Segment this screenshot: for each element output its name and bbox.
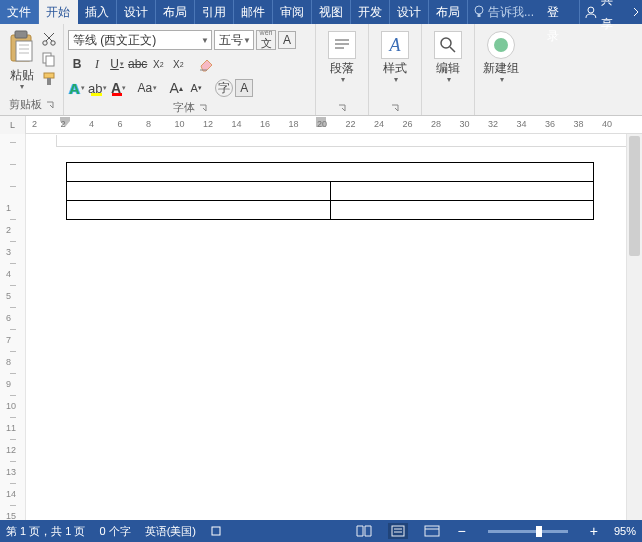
- table-cell[interactable]: [67, 201, 331, 220]
- caret-down-icon: ▾: [374, 75, 417, 84]
- clear-formatting-button[interactable]: [197, 54, 215, 74]
- margin-guide: [56, 146, 630, 147]
- subscript-button[interactable]: X2: [149, 54, 167, 74]
- tab-file[interactable]: 文件: [0, 0, 39, 24]
- tab-layout[interactable]: 布局: [156, 0, 195, 24]
- ruler-dash: [10, 373, 16, 374]
- paragraph-button[interactable]: 段落 ▾: [320, 27, 364, 84]
- document-table[interactable]: [66, 162, 594, 220]
- table-row[interactable]: [67, 182, 594, 201]
- menu-bar: 文件 开始 插入 设计 布局 引用 邮件 审阅 视图 开发 设计 布局 告诉我.…: [0, 0, 642, 24]
- scroll-thumb[interactable]: [629, 136, 640, 256]
- editing-button[interactable]: 编辑 ▾: [426, 27, 470, 84]
- ruler-tick: 28: [431, 119, 441, 129]
- underline-button[interactable]: U▾: [108, 54, 126, 74]
- superscript-button[interactable]: X2: [169, 54, 187, 74]
- new-group-button[interactable]: 新建组 ▾: [479, 27, 523, 84]
- ruler-tick: 22: [346, 119, 356, 129]
- table-cell[interactable]: [330, 201, 594, 220]
- view-print-button[interactable]: [388, 523, 408, 539]
- ruler-tick: 4: [6, 269, 11, 279]
- font-group-label: 字体: [173, 100, 195, 115]
- tab-mailings[interactable]: 邮件: [234, 0, 273, 24]
- table-cell[interactable]: [67, 163, 594, 182]
- macro-indicator[interactable]: [210, 525, 222, 537]
- shrink-font-button[interactable]: A▾: [187, 78, 205, 98]
- zoom-in-button[interactable]: +: [588, 523, 600, 539]
- styles-label: 样式: [373, 61, 417, 75]
- tab-developer[interactable]: 开发: [351, 0, 390, 24]
- character-shading-button[interactable]: A: [235, 79, 253, 97]
- table-cell[interactable]: [67, 182, 331, 201]
- ruler-tick: 32: [488, 119, 498, 129]
- table-row[interactable]: [67, 163, 594, 182]
- tab-design[interactable]: 设计: [117, 0, 156, 24]
- grow-font-button[interactable]: A▴: [167, 78, 185, 98]
- tab-table-design[interactable]: 设计: [390, 0, 429, 24]
- font-color-button[interactable]: A▾: [109, 78, 127, 98]
- ribbon-options[interactable]: [630, 0, 642, 24]
- tab-review[interactable]: 审阅: [273, 0, 312, 24]
- font-name-combo[interactable]: 等线 (西文正文) ▼: [68, 30, 212, 50]
- phonetic-guide-button[interactable]: wén文: [256, 30, 276, 50]
- print-layout-icon: [391, 525, 405, 537]
- tab-insert[interactable]: 插入: [78, 0, 117, 24]
- zoom-knob[interactable]: [536, 526, 542, 537]
- vertical-scrollbar[interactable]: [626, 134, 642, 520]
- svg-point-18: [441, 38, 451, 48]
- svg-rect-12: [46, 56, 54, 66]
- tell-me[interactable]: 告诉我...: [468, 0, 539, 24]
- font-size-combo[interactable]: 五号 ▼: [214, 30, 254, 50]
- status-page[interactable]: 第 1 页，共 1 页: [6, 524, 85, 539]
- table-cell[interactable]: [330, 182, 594, 201]
- paste-button[interactable]: 粘贴 ▾: [4, 27, 39, 91]
- styles-button[interactable]: A 样式 ▾: [373, 27, 417, 84]
- ruler-tick: 24: [374, 119, 384, 129]
- dialog-launcher-icon[interactable]: [199, 104, 207, 112]
- text-effects-button[interactable]: A▾: [68, 78, 86, 98]
- caret-down-icon: ▾: [480, 75, 523, 84]
- copy-button[interactable]: [41, 51, 57, 67]
- ruler-tick: 5: [6, 291, 11, 301]
- dialog-launcher-icon[interactable]: [338, 104, 346, 112]
- table-row[interactable]: [67, 201, 594, 220]
- zoom-out-button[interactable]: −: [456, 523, 468, 539]
- change-case-button[interactable]: Aa▾: [137, 78, 157, 98]
- ruler-dash: [10, 241, 16, 242]
- bold-button[interactable]: B: [68, 54, 86, 74]
- format-painter-button[interactable]: [41, 71, 57, 87]
- editing-label: 编辑: [426, 61, 470, 75]
- ruler-dash: [10, 483, 16, 484]
- character-border-button[interactable]: A: [278, 31, 296, 49]
- tab-references[interactable]: 引用: [195, 0, 234, 24]
- svg-rect-1: [478, 14, 481, 17]
- dialog-launcher-icon[interactable]: [391, 104, 399, 112]
- tab-view[interactable]: 视图: [312, 0, 351, 24]
- svg-rect-25: [425, 526, 439, 536]
- tab-home[interactable]: 开始: [39, 0, 78, 24]
- ruler-tick: 20: [317, 119, 327, 129]
- zoom-value[interactable]: 95%: [614, 525, 636, 537]
- italic-button[interactable]: I: [88, 54, 106, 74]
- dialog-launcher-icon[interactable]: [46, 101, 54, 109]
- tab-selector[interactable]: L: [0, 116, 26, 134]
- highlight-button[interactable]: ab▾: [88, 78, 107, 98]
- ruler-vertical[interactable]: 12345678910111213141516: [0, 134, 26, 520]
- page[interactable]: [26, 134, 642, 520]
- strikethrough-button[interactable]: abc: [128, 54, 147, 74]
- cut-button[interactable]: [41, 31, 57, 47]
- caret-down-icon: ▼: [201, 36, 209, 45]
- status-word-count[interactable]: 0 个字: [99, 524, 130, 539]
- zoom-slider[interactable]: [488, 530, 568, 533]
- ruler-horizontal[interactable]: L 2246810121416182022242628303234363840: [0, 116, 642, 134]
- view-web-button[interactable]: [422, 523, 442, 539]
- status-language[interactable]: 英语(美国): [145, 524, 196, 539]
- share-button[interactable]: 共享: [580, 0, 630, 24]
- group-new: 新建组 ▾: [475, 24, 527, 115]
- enclose-character-button[interactable]: 字: [215, 79, 233, 97]
- login-button[interactable]: 登录: [539, 0, 580, 24]
- find-icon: [438, 35, 458, 55]
- ruler-tick: 7: [6, 335, 11, 345]
- view-read-button[interactable]: [354, 523, 374, 539]
- tab-table-layout[interactable]: 布局: [429, 0, 468, 24]
